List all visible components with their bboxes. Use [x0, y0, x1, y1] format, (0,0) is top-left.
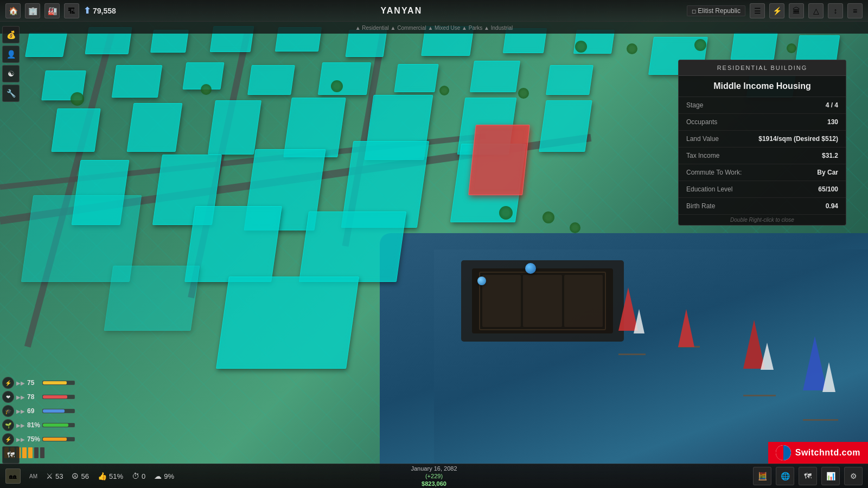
time-icon: ⏱: [132, 472, 139, 480]
tax-income-label: Tax Income: [686, 152, 719, 159]
time-value: 0: [142, 472, 145, 480]
stat-row-energy: ⚡ ▶▶ 75: [2, 377, 75, 389]
military-stat: ⚔ 53: [46, 472, 63, 480]
switch-logo: [776, 445, 791, 460]
environment-stat-icon: 🌱: [2, 419, 14, 431]
stats-btn[interactable]: 📊: [821, 467, 840, 485]
land-value-value: $1914/sqm (Desired $512): [758, 135, 838, 143]
health-bar: [42, 395, 75, 399]
tax-income-value: $31.2: [822, 152, 838, 159]
stat-row-health: ❤ ▶▶ 78: [2, 391, 75, 403]
settings2-btn[interactable]: ⚙: [844, 467, 863, 485]
birth-rate-row: Birth Rate 0.94: [679, 198, 846, 215]
stage-label: Stage: [686, 101, 703, 109]
power-stat-icon: ⚡: [2, 433, 14, 445]
energy-bar-fill: [43, 381, 67, 384]
sidebar-btn-2[interactable]: 👤: [2, 46, 20, 63]
stat-row-environment: 🌱 ▶▶ 81%: [2, 419, 75, 431]
education-stat-icon: 🎓: [2, 405, 14, 417]
power-icon[interactable]: ⚡: [769, 3, 784, 18]
map-toggle-btn[interactable]: 🗺: [2, 446, 20, 464]
sidebar-btn-3[interactable]: ☯: [2, 65, 20, 82]
top-center: YANYAN: [381, 6, 423, 16]
power-value: 75%: [27, 435, 40, 443]
commute-value: By Car: [817, 169, 838, 176]
peace-icon: ☮: [72, 472, 79, 480]
sidebar-btn-1[interactable]: 💰: [2, 26, 20, 43]
top-left-icons: 🏠 🏢 🏭 🏗 ⬆ 79,558: [5, 3, 116, 18]
occupants-label: Occupants: [686, 118, 717, 126]
occupants-value: 130: [827, 118, 838, 126]
commute-label: Commute To Work:: [686, 169, 742, 176]
bottom-right-buttons: 🧮 🌐 🗺 📊 ⚙: [753, 467, 863, 485]
military-icon: ⚔: [46, 472, 53, 480]
industrial-icon[interactable]: 🏭: [44, 3, 60, 18]
residential-icon[interactable]: 🏠: [5, 3, 21, 18]
stat-row-education: 🎓 ▶▶ 69: [2, 405, 75, 417]
sidebar-btn-4[interactable]: 🔧: [2, 85, 20, 102]
settings-icon[interactable]: ≡: [847, 3, 863, 18]
bottom-hud: 🏘 AM ⚔ 53 ☮ 56 👍 51% ⏱ 0 ☁ 9% January 16…: [0, 464, 868, 488]
menu-icon[interactable]: ☰: [750, 3, 765, 18]
population-display: ⬆ 79,558: [84, 5, 116, 16]
date-value: January 16, 2082: [411, 465, 457, 472]
stage-row: Stage 4 / 4: [679, 97, 846, 114]
energy-value: 75: [27, 379, 40, 387]
tax-income-row: Tax Income $31.2: [679, 147, 846, 164]
military-value: 53: [55, 472, 63, 480]
pollution-value: 9%: [164, 472, 174, 480]
date-display: January 16, 2082 (+229) $823,060: [411, 465, 457, 488]
occupants-row: Occupants 130: [679, 114, 846, 131]
government-value: Elitist Republic: [698, 7, 741, 15]
gov-icon[interactable]: 🏛: [789, 3, 804, 18]
approval-value: 51%: [109, 472, 123, 480]
commute-row: Commute To Work: By Car: [679, 164, 846, 181]
commercial-icon[interactable]: 🏢: [25, 3, 40, 18]
stage-value: 4 / 4: [826, 101, 838, 109]
watermark-text: Switchntd.com: [795, 448, 860, 458]
energy-bar: [42, 381, 75, 385]
globe-btn[interactable]: 🌐: [776, 467, 794, 485]
health-bar-fill: [43, 395, 67, 399]
peace-value: 56: [81, 472, 88, 480]
education-bar-fill: [43, 409, 65, 413]
stat-row-power: ⚡ ▶▶ 75%: [2, 433, 75, 445]
map-btn[interactable]: 🗺: [799, 467, 817, 485]
peace-stat: ☮ 56: [72, 472, 88, 480]
birth-rate-value: 0.94: [826, 202, 838, 210]
building-category: RESIDENTIAL BUILDING: [686, 65, 838, 71]
land-value-label: Land Value: [686, 135, 719, 143]
health-stat-icon: ❤: [2, 391, 14, 403]
health-value: 78: [27, 393, 40, 401]
approval-icon: 👍: [98, 472, 107, 480]
top-hud: 🏠 🏢 🏭 🏗 ⬆ 79,558 YANYAN ◻ Elitist Republ…: [0, 0, 868, 22]
pollution-stat: ☁ 9%: [154, 472, 174, 480]
birth-rate-label: Birth Rate: [686, 202, 715, 210]
education-row: Education Level 65/100: [679, 181, 846, 198]
education-level-label: Education Level: [686, 185, 732, 193]
population-value: 79,558: [93, 7, 116, 15]
time-stat: ⏱ 0: [132, 472, 145, 480]
construction-icon[interactable]: 🏗: [64, 3, 79, 18]
top-right-section: ◻ Elitist Republic ☰ ⚡ 🏛 △ ↕ ≡: [687, 3, 863, 18]
income-delta: (+229): [411, 472, 457, 480]
zone-toggle-btn[interactable]: 🏘: [5, 468, 21, 484]
education-bar: [42, 409, 75, 413]
calculator-btn[interactable]: 🧮: [753, 467, 771, 485]
approval-stat: 👍 51%: [98, 472, 123, 480]
info-panel-header: RESIDENTIAL BUILDING: [679, 60, 846, 76]
updown-icon[interactable]: ↕: [828, 3, 843, 18]
triangle-icon[interactable]: △: [808, 3, 824, 18]
government-display: ◻ Elitist Republic: [687, 5, 745, 16]
environment-bar: [42, 423, 75, 427]
environment-value: 81%: [27, 421, 40, 429]
zone-label: AM: [29, 473, 37, 479]
info-panel: RESIDENTIAL BUILDING Middle Income Housi…: [678, 60, 846, 226]
zone-strip: ▲ Residential ▲ Commercial ▲ Mixed Use ▲…: [0, 22, 868, 34]
power-bar: [42, 437, 75, 441]
watermark: Switchntd.com: [768, 442, 868, 464]
money-value: $823,060: [411, 480, 457, 487]
power-bar-fill: [43, 438, 67, 441]
pollution-icon: ☁: [154, 472, 162, 480]
left-sidebar: 💰 👤 ☯ 🔧: [0, 22, 22, 106]
